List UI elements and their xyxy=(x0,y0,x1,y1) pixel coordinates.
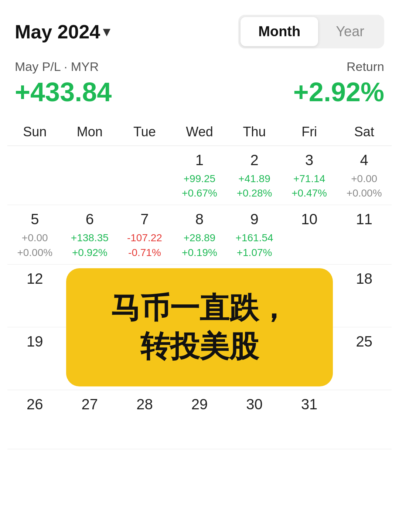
pl-value: +433.84 xyxy=(15,77,112,107)
cell-26[interactable]: 26 xyxy=(7,390,62,449)
cell-empty[interactable] xyxy=(7,146,62,205)
month-text: May 2024 xyxy=(15,21,100,43)
calendar: Sun Mon Tue Wed Thu Fri Sat 1 +99.25+0.6… xyxy=(0,118,399,449)
year-toggle-btn[interactable]: Year xyxy=(318,17,382,46)
cell-empty-end[interactable] xyxy=(337,390,392,449)
cell-25[interactable]: 25 xyxy=(337,327,392,390)
cell-5[interactable]: 5 +0.00+0.00% xyxy=(7,205,62,264)
return-value: +2.92% xyxy=(293,77,384,107)
cell-11[interactable]: 11 xyxy=(337,205,392,264)
cell-1[interactable]: 1 +99.25+0.67% xyxy=(172,146,227,205)
cell-6[interactable]: 6 +138.35+0.92% xyxy=(62,205,117,264)
cell-28[interactable]: 28 xyxy=(117,390,172,449)
cell-18[interactable]: 18 xyxy=(337,265,392,327)
day-header-wed: Wed xyxy=(172,118,227,146)
day-header-mon: Mon xyxy=(62,118,117,146)
day-header-sat: Sat xyxy=(337,118,392,146)
cell-empty[interactable] xyxy=(117,146,172,205)
cell-8[interactable]: 8 +28.89+0.19% xyxy=(172,205,227,264)
week-5: 26 27 28 29 30 31 xyxy=(7,390,392,449)
annotation-line1: 马币一直跌， xyxy=(111,291,288,324)
cell-29[interactable]: 29 xyxy=(172,390,227,449)
cell-27[interactable]: 27 xyxy=(62,390,117,449)
annotation-text: 马币一直跌， 转投美股 xyxy=(111,289,288,366)
header: May 2024 ▾ Month Year xyxy=(0,0,399,56)
pl-label: May P/L · MYR xyxy=(15,59,112,74)
view-toggle: Month Year xyxy=(238,15,384,48)
cell-empty[interactable] xyxy=(62,146,117,205)
cell-9[interactable]: 9 +161.54+1.07% xyxy=(227,205,282,264)
cell-7[interactable]: 7 -107.22-0.71% xyxy=(117,205,172,264)
cell-10[interactable]: 10 xyxy=(282,205,337,264)
pl-section: May P/L · MYR +433.84 Return +2.92% xyxy=(0,56,399,118)
day-headers: Sun Mon Tue Wed Thu Fri Sat xyxy=(7,118,392,146)
week-2: 5 +0.00+0.00% 6 +138.35+0.92% 7 -107.22-… xyxy=(7,205,392,264)
annotation-line2: 转投美股 xyxy=(140,330,259,363)
cell-4[interactable]: 4 +0.00+0.00% xyxy=(337,146,392,205)
pl-right: Return +2.92% xyxy=(293,59,384,107)
day-header-fri: Fri xyxy=(282,118,337,146)
month-title[interactable]: May 2024 ▾ xyxy=(15,21,110,43)
cell-12[interactable]: 12 xyxy=(7,265,62,327)
annotation-overlay: 马币一直跌， 转投美股 xyxy=(66,268,333,386)
pl-left: May P/L · MYR +433.84 xyxy=(15,59,112,107)
cell-19[interactable]: 19 xyxy=(7,327,62,390)
return-label: Return xyxy=(293,59,384,74)
month-toggle-btn[interactable]: Month xyxy=(241,17,318,46)
day-header-thu: Thu xyxy=(227,118,282,146)
overlay-section: 12 18 19 25 xyxy=(7,265,392,390)
cell-31[interactable]: 31 xyxy=(282,390,337,449)
cell-2[interactable]: 2 +41.89+0.28% xyxy=(227,146,282,205)
week-1: 1 +99.25+0.67% 2 +41.89+0.28% 3 +71.14+0… xyxy=(7,146,392,205)
caret-icon: ▾ xyxy=(103,24,110,40)
cell-3[interactable]: 3 +71.14+0.47% xyxy=(282,146,337,205)
day-header-tue: Tue xyxy=(117,118,172,146)
day-header-sun: Sun xyxy=(7,118,62,146)
cell-30[interactable]: 30 xyxy=(227,390,282,449)
